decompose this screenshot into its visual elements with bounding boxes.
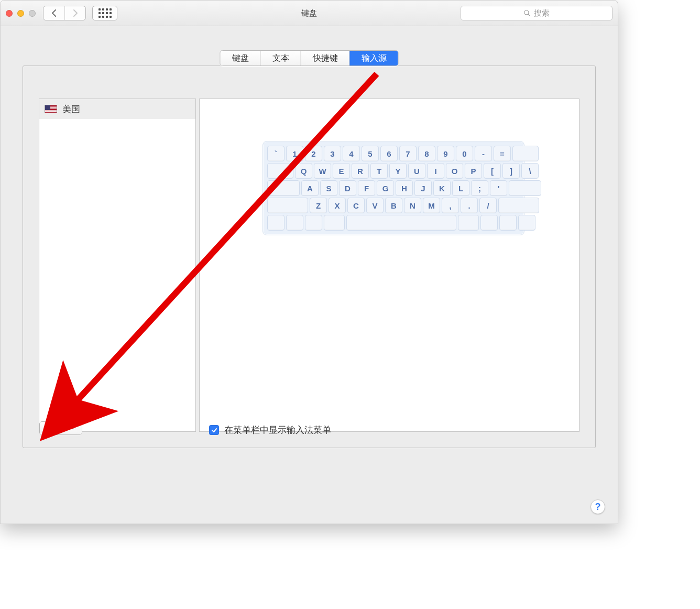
key: O (446, 163, 463, 179)
input-source-list[interactable]: 美国 (39, 99, 196, 432)
key: S (320, 180, 337, 196)
key-blank (509, 180, 541, 196)
key: C (347, 198, 365, 213)
layout-preview: ` 1 2 3 4 5 6 7 8 9 0 - = (199, 99, 579, 432)
flag-icon (45, 105, 57, 113)
key: N (404, 198, 421, 213)
key: F (358, 180, 375, 196)
key: - (475, 146, 492, 161)
key: E (333, 163, 350, 179)
key: U (408, 163, 425, 179)
window-controls (6, 10, 36, 17)
help-icon: ? (595, 502, 601, 513)
key: / (479, 198, 497, 213)
check-icon (211, 427, 217, 433)
key: 2 (305, 146, 322, 161)
key: 3 (324, 146, 341, 161)
svg-point-0 (524, 10, 529, 15)
key-blank (267, 215, 285, 231)
key: Y (389, 163, 407, 179)
search-placeholder: 搜索 (534, 8, 550, 18)
key: X (329, 198, 346, 213)
key: 7 (399, 146, 417, 161)
key: ` (267, 146, 285, 161)
key: ; (471, 180, 488, 196)
key: , (442, 198, 459, 213)
key: \ (521, 163, 539, 179)
key-spacebar (346, 215, 456, 231)
key: A (301, 180, 319, 196)
tab-keyboard[interactable]: 键盘 (221, 51, 260, 66)
search-icon (523, 9, 531, 17)
help-button[interactable]: ? (590, 499, 605, 514)
key: Z (310, 198, 327, 213)
minimize-button[interactable] (17, 10, 24, 17)
key: [ (484, 163, 501, 179)
key: L (452, 180, 469, 196)
key: 0 (456, 146, 473, 161)
key: D (339, 180, 356, 196)
key: I (427, 163, 444, 179)
key: 5 (362, 146, 379, 161)
key-blank (458, 215, 479, 231)
key-blank (305, 215, 322, 231)
svg-line-1 (528, 14, 530, 16)
grid-icon (99, 8, 112, 18)
key: ] (502, 163, 520, 179)
key: 4 (343, 146, 360, 161)
add-button[interactable]: + (40, 422, 61, 434)
key: = (494, 146, 511, 161)
key-blank (480, 215, 498, 231)
key-blank (324, 215, 345, 231)
zoom-button[interactable] (29, 10, 36, 17)
key-blank (267, 198, 308, 213)
tab-bar: 键盘 文本 快捷键 输入源 (220, 50, 399, 66)
key-blank (512, 146, 539, 161)
show-all-button[interactable] (92, 6, 117, 20)
chevron-right-icon (73, 9, 78, 17)
key: W (314, 163, 331, 179)
tab-text[interactable]: 文本 (260, 51, 301, 66)
list-item-label: 美国 (62, 103, 80, 115)
key: B (385, 198, 402, 213)
key: T (370, 163, 388, 179)
tab-input-sources[interactable]: 输入源 (349, 51, 398, 66)
search-field[interactable]: 搜索 (461, 6, 612, 20)
key: 6 (380, 146, 398, 161)
remove-button[interactable]: − (61, 422, 82, 434)
forward-button[interactable] (64, 6, 85, 20)
show-in-menubar-row: 在菜单栏中显示输入法菜单 (209, 424, 331, 436)
show-in-menubar-checkbox[interactable] (209, 425, 219, 435)
key: 9 (437, 146, 454, 161)
key: 8 (418, 146, 435, 161)
nav-back-forward (43, 6, 86, 20)
key: M (423, 198, 440, 213)
titlebar: 键盘 搜索 (1, 1, 618, 26)
key-blank (498, 198, 539, 213)
key-blank (267, 180, 300, 196)
key: V (366, 198, 384, 213)
key: K (433, 180, 451, 196)
close-button[interactable] (6, 10, 13, 17)
key: Q (295, 163, 312, 179)
key: ' (490, 180, 507, 196)
key-blank (499, 215, 517, 231)
content-panel: 键盘 文本 快捷键 输入源 美国 ` 1 2 3 4 (23, 58, 596, 455)
key: R (352, 163, 369, 179)
chevron-left-icon (51, 9, 57, 17)
back-button[interactable] (43, 6, 64, 20)
key-blank (518, 215, 535, 231)
key-blank (267, 163, 293, 179)
key: . (461, 198, 478, 213)
show-in-menubar-label: 在菜单栏中显示输入法菜单 (224, 424, 331, 436)
add-remove-control: + − (39, 421, 82, 435)
tab-shortcuts[interactable]: 快捷键 (301, 51, 349, 66)
content-frame: 美国 ` 1 2 3 4 5 6 7 8 9 0 (23, 66, 596, 448)
key: G (377, 180, 394, 196)
list-item[interactable]: 美国 (39, 99, 195, 119)
preferences-window: 键盘 搜索 键盘 文本 快捷键 输入源 美国 ` (0, 0, 618, 524)
key-blank (286, 215, 303, 231)
key: P (465, 163, 482, 179)
key: 1 (286, 146, 303, 161)
keyboard-graphic: ` 1 2 3 4 5 6 7 8 9 0 - = (262, 141, 524, 235)
